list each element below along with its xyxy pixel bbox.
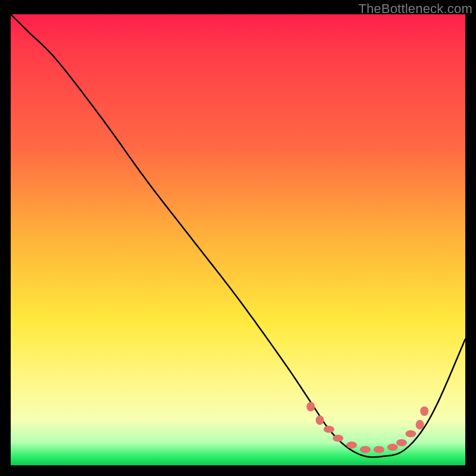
curve-svg <box>11 14 465 465</box>
highlight-marker <box>416 420 424 430</box>
highlight-marker <box>360 446 371 453</box>
highlight-marker <box>324 425 334 433</box>
highlight-marker <box>396 439 407 446</box>
chart-container: TheBottleneck.com <box>0 0 476 476</box>
highlight-marker <box>387 444 398 451</box>
highlight-marker <box>374 446 384 453</box>
highlight-marker <box>420 406 428 416</box>
highlight-marker <box>316 415 324 425</box>
highlight-marker <box>346 441 357 449</box>
highlight-marker <box>306 402 315 412</box>
bottleneck-curve-path <box>11 14 465 457</box>
highlight-marker <box>333 435 343 442</box>
plot-area <box>11 14 465 465</box>
highlight-marker <box>405 430 416 437</box>
